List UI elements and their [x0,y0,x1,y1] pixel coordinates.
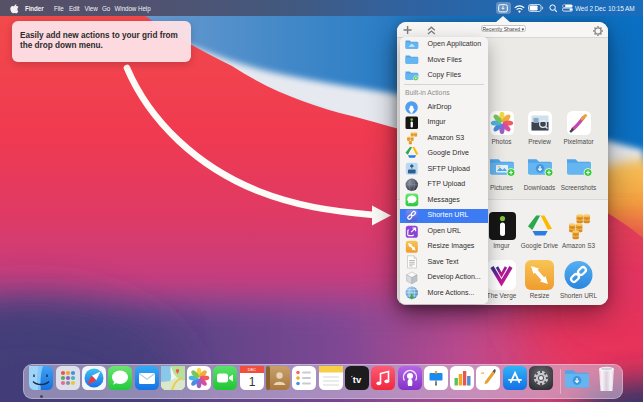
svg-text:“: “ [481,370,485,378]
svg-text:tv: tv [353,374,362,385]
svg-text:DEC: DEC [247,367,256,372]
svg-text:1: 1 [248,375,255,389]
